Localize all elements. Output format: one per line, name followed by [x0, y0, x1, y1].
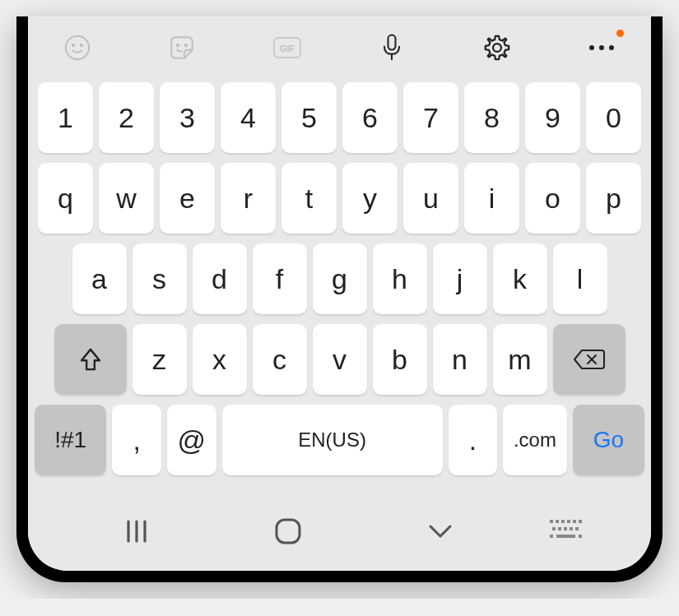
key-x[interactable]: x — [193, 324, 247, 395]
svg-rect-23 — [573, 520, 576, 523]
key-u[interactable]: u — [403, 163, 458, 234]
key-i[interactable]: i — [464, 163, 519, 234]
key-8[interactable]: 8 — [464, 82, 519, 153]
svg-rect-19 — [550, 520, 553, 523]
svg-rect-27 — [564, 527, 567, 530]
gear-icon — [483, 34, 511, 62]
backspace-key[interactable] — [553, 324, 626, 395]
voice-button[interactable] — [367, 31, 416, 64]
key-h[interactable]: h — [373, 243, 427, 314]
more-button[interactable] — [577, 31, 626, 64]
key-k[interactable]: k — [493, 243, 547, 314]
sticker-button[interactable] — [157, 31, 207, 64]
svg-rect-31 — [556, 535, 575, 538]
symbol-key[interactable]: !#1 — [35, 405, 106, 475]
mic-icon — [379, 33, 405, 63]
sticker-icon — [168, 34, 196, 62]
gif-icon: GIF — [272, 36, 302, 59]
svg-rect-20 — [556, 520, 559, 523]
key-6[interactable]: 6 — [342, 82, 398, 153]
backspace-icon — [573, 347, 606, 372]
svg-rect-26 — [558, 527, 561, 530]
key-t[interactable]: t — [281, 163, 337, 234]
key-s[interactable]: s — [133, 243, 187, 314]
svg-rect-21 — [561, 520, 565, 523]
settings-button[interactable] — [472, 31, 522, 64]
svg-rect-32 — [579, 535, 582, 538]
dotcom-key[interactable]: .com — [503, 405, 566, 475]
key-9[interactable]: 9 — [525, 82, 580, 153]
key-a[interactable]: a — [72, 243, 127, 314]
svg-point-0 — [66, 36, 89, 59]
key-g[interactable]: g — [313, 243, 367, 314]
svg-point-11 — [599, 45, 604, 50]
bottom-row: !#1 , @ EN(US) . .com Go — [35, 405, 644, 475]
keyboard: 1 2 3 4 5 6 7 8 9 0 q w e r t y u i o — [28, 74, 651, 500]
back-button[interactable] — [391, 515, 490, 548]
key-l[interactable]: l — [553, 243, 607, 314]
space-key[interactable]: EN(US) — [222, 405, 443, 475]
key-7[interactable]: 7 — [403, 82, 458, 153]
go-key[interactable]: Go — [573, 405, 644, 475]
key-p[interactable]: p — [586, 163, 641, 234]
key-c[interactable]: c — [253, 324, 307, 395]
asdf-row: a s d f g h j k l — [35, 243, 644, 314]
svg-point-2 — [81, 44, 82, 46]
more-horizontal-icon — [588, 44, 616, 52]
key-r[interactable]: r — [221, 163, 276, 234]
recents-button[interactable] — [87, 515, 186, 548]
home-icon — [273, 516, 303, 546]
key-y[interactable]: y — [342, 163, 398, 234]
key-v[interactable]: v — [313, 324, 367, 395]
dot-key[interactable]: . — [449, 405, 498, 475]
emoji-icon — [63, 34, 91, 62]
comma-key[interactable]: , — [112, 405, 161, 475]
key-b[interactable]: b — [373, 324, 427, 395]
at-key[interactable]: @ — [167, 405, 216, 475]
gif-button[interactable]: GIF — [263, 31, 312, 64]
svg-rect-25 — [552, 527, 556, 530]
home-button[interactable] — [239, 515, 337, 548]
svg-rect-30 — [550, 535, 553, 538]
key-n[interactable]: n — [433, 324, 487, 395]
key-j[interactable]: j — [433, 243, 487, 314]
key-d[interactable]: d — [193, 243, 247, 314]
key-4[interactable]: 4 — [221, 82, 276, 153]
key-5[interactable]: 5 — [281, 82, 337, 153]
key-2[interactable]: 2 — [99, 82, 154, 153]
svg-rect-22 — [567, 520, 570, 523]
key-w[interactable]: w — [99, 163, 154, 234]
svg-point-1 — [72, 44, 74, 46]
key-1[interactable]: 1 — [38, 82, 93, 153]
svg-rect-29 — [575, 527, 579, 530]
keyboard-toggle-button[interactable] — [542, 515, 592, 548]
shift-key[interactable] — [54, 324, 127, 395]
key-3[interactable]: 3 — [160, 82, 215, 153]
svg-rect-18 — [277, 520, 300, 543]
svg-rect-7 — [388, 35, 396, 50]
emoji-button[interactable] — [53, 31, 102, 64]
svg-text:GIF: GIF — [280, 44, 295, 53]
keyboard-icon — [550, 520, 584, 543]
key-m[interactable]: m — [493, 324, 547, 395]
svg-rect-28 — [570, 527, 573, 530]
svg-point-3 — [177, 44, 179, 46]
svg-point-9 — [493, 44, 501, 52]
zxcv-row: z x c v b n m — [35, 324, 644, 395]
chevron-down-icon — [424, 521, 457, 541]
key-e[interactable]: e — [160, 163, 215, 234]
svg-point-10 — [589, 45, 594, 50]
arrow-up-icon — [78, 345, 103, 373]
key-o[interactable]: o — [525, 163, 580, 234]
notification-badge — [616, 30, 624, 37]
number-row: 1 2 3 4 5 6 7 8 9 0 — [35, 82, 644, 153]
system-navbar — [28, 500, 651, 571]
key-q[interactable]: q — [38, 163, 93, 234]
recents-icon — [120, 518, 153, 544]
svg-rect-24 — [579, 520, 582, 523]
keyboard-toolbar: GIF — [28, 16, 651, 74]
key-f[interactable]: f — [253, 243, 307, 314]
key-0[interactable]: 0 — [586, 82, 641, 153]
qwerty-row: q w e r t y u i o p — [35, 163, 644, 234]
key-z[interactable]: z — [133, 324, 187, 395]
